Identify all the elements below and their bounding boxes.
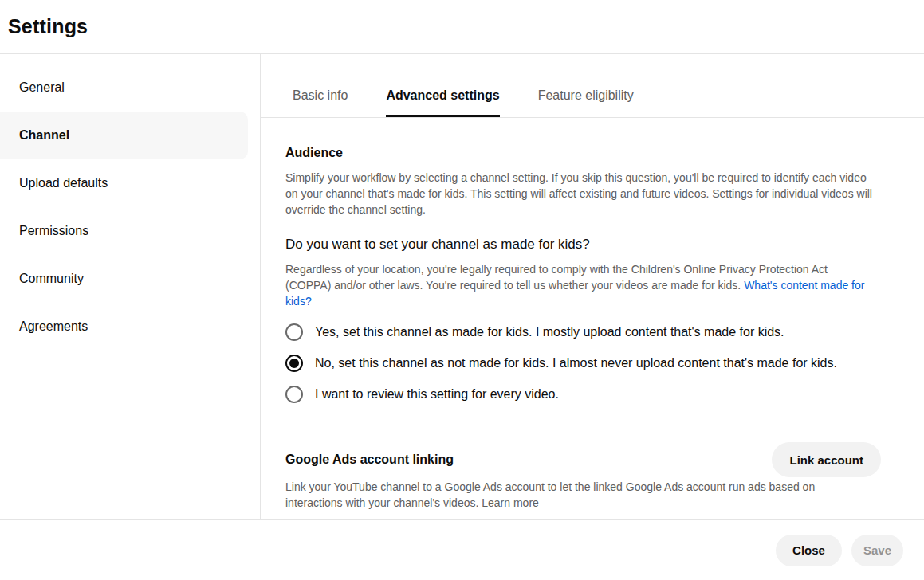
sidebar-item-label: Permissions	[19, 224, 88, 238]
google-ads-linking-row: Google Ads account linking Link account	[285, 442, 881, 477]
radio-option-review-every-video[interactable]: I want to review this setting for every …	[285, 385, 881, 403]
sidebar-item-upload-defaults[interactable]: Upload defaults	[0, 159, 260, 207]
made-for-kids-radio-group: Yes, set this channel as made for kids. …	[285, 323, 881, 403]
sidebar-item-label: Upload defaults	[19, 176, 108, 190]
radio-button[interactable]	[285, 355, 303, 372]
sidebar-item-label: General	[19, 80, 65, 95]
sidebar-item-label: Community	[19, 272, 84, 286]
sidebar-item-channel[interactable]: Channel	[0, 112, 248, 159]
radio-button[interactable]	[285, 323, 303, 341]
radio-option-yes-made-for-kids[interactable]: Yes, set this channel as made for kids. …	[285, 323, 881, 341]
google-ads-heading: Google Ads account linking	[285, 452, 454, 468]
sidebar-item-label: Channel	[19, 128, 69, 143]
radio-option-label: I want to review this setting for every …	[315, 385, 559, 403]
audience-heading: Audience	[285, 145, 881, 161]
google-ads-description: Link your YouTube channel to a Google Ad…	[285, 479, 875, 511]
sidebar-item-label: Agreements	[19, 319, 88, 334]
sidebar-item-permissions[interactable]: Permissions	[0, 207, 260, 255]
coppa-description: Regardless of your location, you're lega…	[285, 261, 875, 309]
radio-option-label: No, set this channel as not made for kid…	[315, 354, 837, 372]
made-for-kids-question: Do you want to set your channel as made …	[285, 236, 881, 253]
sidebar-item-agreements[interactable]: Agreements	[0, 303, 260, 351]
radio-option-label: Yes, set this channel as made for kids. …	[315, 323, 784, 341]
tab-feature-eligibility[interactable]: Feature eligibility	[538, 88, 634, 117]
channel-tabs: Basic info Advanced settings Feature eli…	[261, 54, 924, 118]
dialog-header: Settings	[0, 0, 924, 54]
audience-description: Simplify your workflow by selecting a ch…	[285, 170, 875, 217]
tab-basic-info[interactable]: Basic info	[293, 88, 348, 117]
dialog-footer: Close Save	[0, 519, 924, 580]
google-ads-description-line2: interactions with your channel's videos.…	[285, 495, 875, 511]
settings-dialog: Settings General Channel Upload defaults…	[0, 0, 924, 580]
page-title: Settings	[8, 15, 88, 38]
sidebar-item-general[interactable]: General	[0, 64, 260, 112]
advanced-settings-content: Audience Simplify your workflow by selec…	[261, 118, 924, 519]
radio-button[interactable]	[285, 386, 303, 403]
google-ads-description-line1: Link your YouTube channel to a Google Ad…	[285, 479, 875, 495]
channel-settings-panel: Basic info Advanced settings Feature eli…	[261, 54, 924, 519]
close-button[interactable]: Close	[776, 535, 842, 566]
sidebar-item-community[interactable]: Community	[0, 255, 260, 303]
radio-option-not-made-for-kids[interactable]: No, set this channel as not made for kid…	[285, 354, 881, 372]
dialog-body: General Channel Upload defaults Permissi…	[0, 54, 924, 519]
link-account-button[interactable]: Link account	[772, 442, 881, 477]
save-button[interactable]: Save	[851, 535, 903, 566]
tab-advanced-settings[interactable]: Advanced settings	[386, 88, 499, 117]
settings-sidebar: General Channel Upload defaults Permissi…	[0, 54, 261, 519]
